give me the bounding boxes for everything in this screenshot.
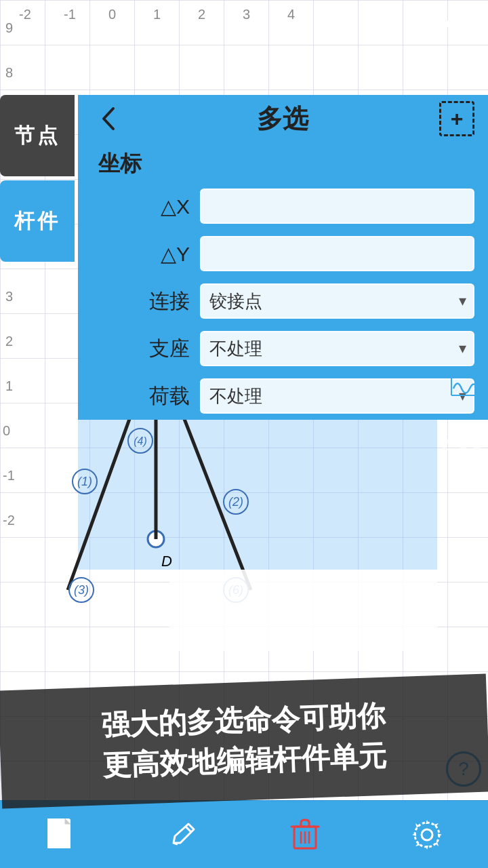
feature-banner: 强大的多选命令可助你更高效地编辑杆件单元 — [0, 674, 488, 809]
add-button[interactable]: + — [439, 101, 474, 136]
svg-text:-1: -1 — [64, 7, 76, 22]
delta-y-row: △Y — [78, 230, 488, 277]
panel-title: 多选 — [125, 102, 439, 136]
svg-text:8: 8 — [5, 65, 13, 80]
svg-text:-2: -2 — [3, 513, 15, 528]
support-select[interactable]: 不处理 固定支座 铰支座 — [200, 331, 474, 366]
svg-text:9: 9 — [5, 20, 13, 35]
svg-text:T: T — [476, 365, 483, 376]
load-row: 荷载 不处理 均布荷载 集中荷载 ▾ — [78, 372, 488, 420]
svg-text:0: 0 — [3, 423, 10, 438]
node-tab[interactable]: 节点 — [0, 95, 75, 176]
bottom-toolbar — [0, 800, 488, 868]
load-select-wrapper: 不处理 均布荷载 集中荷载 ▾ — [200, 378, 474, 414]
wave-chart-icon[interactable]: T — [448, 363, 485, 403]
properties-panel: 多选 + 坐标 △X △Y 连接 铰接点 刚接点 ▾ 支座 不处理 固定支座 — [78, 95, 488, 420]
support-row: 支座 不处理 固定支座 铰支座 ▾ — [78, 325, 488, 372]
svg-text:3: 3 — [5, 289, 13, 304]
svg-text:-2: -2 — [19, 7, 31, 22]
delta-y-label: △Y — [92, 242, 200, 266]
svg-text:0: 0 — [108, 7, 116, 22]
connection-label: 连接 — [92, 288, 200, 315]
svg-text:1: 1 — [153, 7, 161, 22]
delta-x-label: △X — [92, 195, 200, 218]
panel-header: 多选 + — [78, 95, 488, 142]
svg-point-61 — [422, 829, 432, 840]
svg-text:-1: -1 — [3, 468, 15, 483]
back-button[interactable] — [92, 102, 125, 136]
svg-text:2: 2 — [5, 334, 13, 349]
edit-button[interactable] — [163, 814, 203, 855]
svg-line-54 — [186, 827, 191, 832]
delta-x-row: △X — [78, 182, 488, 230]
file-button[interactable] — [41, 814, 81, 855]
svg-text:2: 2 — [198, 7, 205, 22]
delta-x-input[interactable] — [200, 189, 474, 224]
svg-text:4: 4 — [287, 7, 295, 22]
svg-text:3: 3 — [243, 7, 250, 22]
delete-button[interactable] — [285, 814, 325, 855]
delta-y-input[interactable] — [200, 236, 474, 271]
settings-button[interactable] — [407, 814, 447, 855]
support-select-wrapper: 不处理 固定支座 铰支座 ▾ — [200, 331, 474, 366]
connection-select-wrapper: 铰接点 刚接点 ▾ — [200, 283, 474, 319]
svg-text:1: 1 — [5, 378, 13, 393]
side-tabs: 节点 杆件 — [0, 95, 95, 263]
load-label: 荷载 — [92, 382, 200, 410]
member-tab[interactable]: 杆件 — [0, 180, 75, 262]
svg-point-62 — [415, 823, 439, 847]
connection-select[interactable]: 铰接点 刚接点 — [200, 283, 474, 319]
banner-text: 强大的多选命令可助你更高效地编辑杆件单元 — [19, 694, 469, 789]
support-label: 支座 — [92, 335, 200, 363]
coord-section-label: 坐标 — [78, 142, 488, 182]
svg-line-55 — [174, 843, 178, 844]
load-select[interactable]: 不处理 均布荷载 集中荷载 — [200, 378, 474, 414]
more-button[interactable] — [437, 10, 478, 37]
connection-row: 连接 铰接点 刚接点 ▾ — [78, 277, 488, 325]
